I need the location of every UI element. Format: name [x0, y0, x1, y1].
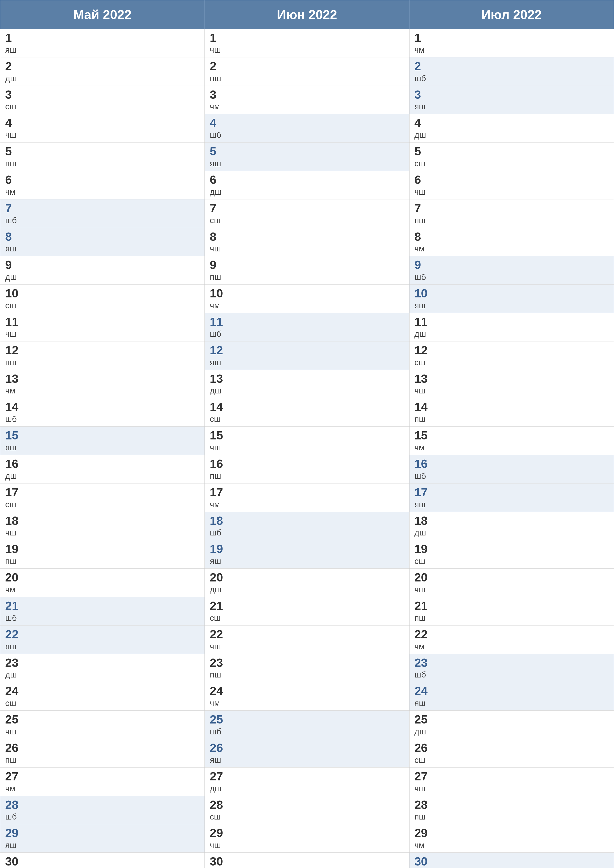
day-cell: 4дш	[409, 114, 614, 143]
day-text: чм	[5, 187, 199, 197]
day-text: сш	[415, 556, 609, 566]
day-number: 7	[5, 202, 199, 215]
day-number: 26	[210, 742, 404, 755]
jul-column: 1чм2шб3яш4дш5сш6чш7пш8чм9шб10яш11дш12сш1…	[409, 29, 614, 868]
header-row: Май 2022 Июн 2022 Июл 2022	[0, 0, 614, 29]
day-number: 26	[415, 742, 609, 755]
day-number: 13	[210, 372, 404, 386]
day-cell: 14сш	[205, 398, 409, 426]
day-text: чш	[5, 528, 199, 538]
day-number: 7	[210, 202, 404, 215]
day-cell: 29яш	[0, 824, 205, 852]
day-cell: 13чм	[0, 370, 205, 398]
day-text: чш	[210, 642, 404, 651]
day-number: 17	[210, 486, 404, 499]
day-text: яш	[5, 244, 199, 253]
day-number: 11	[210, 315, 404, 329]
day-text: пш	[210, 670, 404, 679]
day-number: 30	[5, 855, 199, 868]
day-number: 29	[210, 827, 404, 840]
day-number: 22	[415, 628, 609, 641]
day-text: дш	[5, 272, 199, 282]
day-cell: 27чш	[409, 767, 614, 796]
day-text: сш	[210, 613, 404, 623]
day-number: 29	[415, 827, 609, 840]
day-text: чм	[5, 784, 199, 793]
day-cell: 11дш	[409, 313, 614, 341]
day-cell: 8чш	[205, 228, 409, 256]
day-text: пш	[5, 159, 199, 168]
day-number: 5	[415, 145, 609, 158]
day-number: 15	[210, 429, 404, 442]
day-number: 21	[415, 600, 609, 613]
day-cell: 16пш	[205, 455, 409, 484]
day-text: пш	[210, 471, 404, 481]
day-text: яш	[5, 443, 199, 452]
day-number: 12	[415, 344, 609, 357]
day-cell: 20чш	[409, 569, 614, 597]
day-cell: 5яш	[205, 143, 409, 171]
day-cell: 15чм	[409, 426, 614, 455]
day-text: яш	[210, 755, 404, 765]
day-number: 25	[5, 713, 199, 726]
calendar-container: Май 2022 Июн 2022 Июл 2022 1яш2дш3сш4чш5…	[0, 0, 614, 868]
day-cell: 25шб	[205, 711, 409, 739]
day-cell: 9пш	[205, 256, 409, 285]
day-cell: 5пш	[0, 143, 205, 171]
day-number: 8	[415, 230, 609, 243]
day-cell: 29чм	[409, 824, 614, 852]
day-number: 25	[415, 713, 609, 726]
day-cell: 1яш	[0, 29, 205, 57]
day-cell: 23пш	[205, 654, 409, 682]
day-number: 1	[5, 31, 199, 45]
day-cell: 16шб	[409, 455, 614, 484]
day-number: 13	[5, 372, 199, 386]
day-text: яш	[415, 698, 609, 708]
day-number: 18	[415, 515, 609, 527]
day-cell: 2дш	[0, 57, 205, 86]
day-cell: 25дш	[409, 711, 614, 739]
day-number: 10	[210, 287, 404, 300]
day-number: 4	[210, 116, 404, 130]
day-number: 6	[415, 174, 609, 186]
day-cell: 2шб	[409, 57, 614, 86]
month-header-may: Май 2022	[0, 0, 205, 29]
day-cell: 22чш	[205, 626, 409, 654]
day-number: 30	[210, 855, 404, 868]
day-number: 19	[210, 542, 404, 556]
day-text: сш	[210, 812, 404, 822]
day-number: 16	[415, 457, 609, 471]
day-number: 6	[5, 174, 199, 186]
day-text: чм	[415, 443, 609, 452]
day-text: пш	[5, 556, 199, 566]
day-number: 2	[415, 60, 609, 73]
day-cell: 7шб	[0, 200, 205, 228]
day-cell: 7сш	[205, 200, 409, 228]
day-cell: 19сш	[409, 540, 614, 569]
day-text: чш	[415, 784, 609, 793]
may-column: 1яш2дш3сш4чш5пш6чм7шб8яш9дш10сш11чш12пш1…	[0, 29, 205, 868]
day-number: 23	[210, 656, 404, 670]
day-number: 4	[415, 116, 609, 130]
day-cell: 8чм	[409, 228, 614, 256]
day-text: чш	[5, 329, 199, 339]
day-number: 20	[210, 571, 404, 584]
day-cell: 6чш	[409, 171, 614, 200]
day-text: сш	[415, 159, 609, 168]
day-cell: 10яш	[409, 285, 614, 313]
day-text: дш	[5, 471, 199, 481]
day-text: дш	[210, 386, 404, 395]
month-header-jul: Июл 2022	[409, 0, 614, 29]
day-text: сш	[210, 414, 404, 424]
day-text: шб	[5, 613, 199, 623]
day-text: дш	[5, 670, 199, 679]
day-text: яш	[415, 301, 609, 310]
day-text: шб	[210, 727, 404, 736]
day-number: 12	[5, 344, 199, 357]
day-text: чш	[5, 727, 199, 736]
day-number: 11	[5, 315, 199, 329]
day-number: 21	[5, 600, 199, 613]
day-text: чш	[210, 45, 404, 55]
day-number: 23	[5, 656, 199, 670]
day-cell: 27чм	[0, 767, 205, 796]
